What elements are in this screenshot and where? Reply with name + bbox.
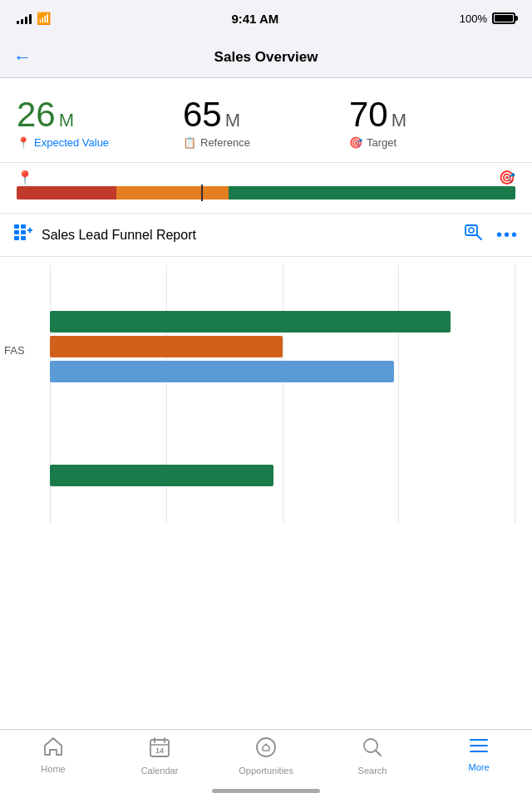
svg-rect-3 <box>21 230 26 234</box>
kpi-label-text-ev: Expected Value <box>34 136 109 149</box>
kpi-number-ref: 65 <box>183 95 222 135</box>
opportunities-icon <box>255 736 277 763</box>
nav-label-opportunities: Opportunities <box>239 766 293 776</box>
search-zoom-icon[interactable] <box>465 224 483 246</box>
status-left: 📶 <box>17 12 51 25</box>
kpi-unit-tgt: M <box>392 110 406 131</box>
svg-point-16 <box>257 738 275 756</box>
kpi-number-tgt: 70 <box>349 95 388 135</box>
kpi-label-ev: 📍 Expected Value <box>17 136 183 149</box>
bottom-nav: Home 14 Calendar Opportunities <box>0 729 532 798</box>
kpi-expected-value: 26 M 📍 Expected Value <box>17 95 183 149</box>
svg-line-19 <box>376 751 381 756</box>
kpi-value-tgt: 70 M <box>349 95 515 135</box>
report-title-row: Sales Lead Funnel Report <box>13 224 196 246</box>
battery-percent: 100% <box>460 12 487 25</box>
page-title: Sales Overview <box>214 49 318 66</box>
chart-bar-green-2 <box>50 465 273 486</box>
chart-bar-blue-1 <box>50 361 394 382</box>
kpi-label-tgt: 🎯 Target <box>349 136 515 149</box>
svg-text:14: 14 <box>155 746 164 755</box>
report-actions: ••• <box>465 224 519 246</box>
gauge-markers: 📍 🎯 <box>17 170 515 186</box>
kpi-value-ev: 26 M <box>17 95 183 135</box>
location-icon: 📍 <box>17 136 30 149</box>
svg-point-10 <box>469 228 474 233</box>
nav-item-home[interactable]: Home <box>0 736 106 774</box>
more-icon <box>468 736 490 760</box>
kpi-label-ref: 📋 Reference <box>183 136 349 149</box>
nav-label-search: Search <box>358 766 387 776</box>
more-options-icon[interactable]: ••• <box>496 225 519 244</box>
svg-rect-4 <box>14 236 19 240</box>
nav-label-home: Home <box>41 764 65 774</box>
signal-icon <box>17 12 32 24</box>
gauge-bar-wrapper <box>17 186 515 200</box>
chart-bar-group-1 <box>50 311 515 385</box>
wifi-icon: 📶 <box>37 12 51 25</box>
chart-area: FAS <box>50 265 515 523</box>
home-icon <box>42 736 64 761</box>
kpi-label-text-tgt: Target <box>367 136 397 149</box>
gauge-green <box>229 186 515 200</box>
calendar-icon: 14 <box>149 736 170 763</box>
nav-bar: ← Sales Overview <box>0 37 532 78</box>
status-bar: 📶 9:41 AM 100% <box>0 0 532 37</box>
svg-rect-1 <box>21 224 26 229</box>
battery-icon <box>492 12 515 24</box>
target-icon: 🎯 <box>349 136 362 149</box>
nav-item-more[interactable]: More <box>426 736 532 772</box>
kpi-unit-ev: M <box>59 110 74 131</box>
nav-item-opportunities[interactable]: Opportunities <box>213 736 319 776</box>
gauge-red <box>17 186 116 200</box>
kpi-label-text-ref: Reference <box>200 136 250 149</box>
nav-item-calendar[interactable]: 14 Calendar <box>106 736 213 776</box>
kpi-value-ref: 65 M <box>183 95 349 135</box>
reference-icon: 📋 <box>183 136 196 149</box>
kpi-reference: 65 M 📋 Reference <box>183 95 349 149</box>
report-chart-icon <box>13 224 33 246</box>
chart-section: FAS <box>0 257 532 531</box>
svg-line-9 <box>477 235 481 239</box>
y-axis-label: FAS <box>4 344 25 357</box>
svg-rect-0 <box>14 224 19 229</box>
report-header: Sales Lead Funnel Report ••• <box>0 213 532 257</box>
kpi-unit-ref: M <box>225 110 240 131</box>
nav-label-more: More <box>468 762 489 772</box>
svg-rect-2 <box>14 230 19 234</box>
gauge-bar <box>17 186 515 200</box>
kpi-number-ev: 26 <box>17 95 56 135</box>
status-time: 9:41 AM <box>231 12 278 26</box>
gauge-indicator-line <box>201 185 203 201</box>
kpi-target: 70 M 🎯 Target <box>349 95 515 149</box>
search-icon <box>362 736 383 763</box>
home-indicator <box>212 789 320 793</box>
gauge-pin-target: 🎯 <box>499 170 515 186</box>
kpi-row: 26 M 📍 Expected Value 65 M 📋 Reference <box>17 95 515 149</box>
nav-label-calendar: Calendar <box>141 766 179 776</box>
gauge-section: 📍 🎯 <box>0 163 532 213</box>
chart-bar-orange-1 <box>50 336 283 357</box>
nav-item-search[interactable]: Search <box>319 736 426 776</box>
gauge-pin-expected: 📍 <box>17 170 33 186</box>
gauge-wrapper: 📍 🎯 <box>17 170 515 200</box>
back-button[interactable]: ← <box>13 47 32 68</box>
chart-bar-group-2 <box>50 465 515 489</box>
chart-bar-green-1 <box>50 311 451 332</box>
svg-rect-5 <box>21 236 26 240</box>
main-content: 26 M 📍 Expected Value 65 M 📋 Reference <box>0 78 532 729</box>
gauge-orange <box>116 186 229 200</box>
kpi-section: 26 M 📍 Expected Value 65 M 📋 Reference <box>0 78 532 163</box>
report-title: Sales Lead Funnel Report <box>42 228 196 243</box>
status-right: 100% <box>460 12 515 25</box>
svg-rect-8 <box>466 225 477 235</box>
